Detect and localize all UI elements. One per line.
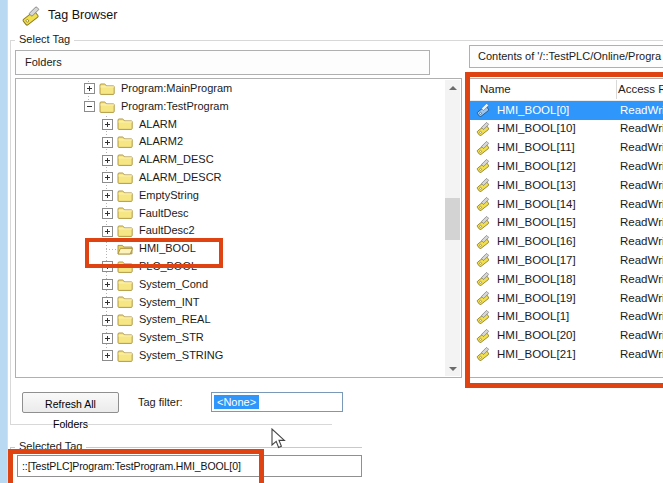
tree-item-label: System_REAL — [139, 311, 211, 329]
tree-scrollbar[interactable] — [445, 80, 460, 376]
tree-item-label: ALARM_DESCR — [139, 169, 222, 187]
folders-panel-header: Folders — [15, 50, 430, 75]
folder-icon — [117, 171, 133, 185]
title-bar[interactable]: Tag Browser — [8, 0, 663, 30]
tree-item-label: System_STRING — [139, 347, 223, 365]
refresh-all-folders-button[interactable]: Refresh All Folders — [22, 392, 119, 413]
tag-browser-dialog: { "window": { "title": "Tag Browser" }, … — [0, 0, 663, 483]
tree-item-label: ALARM2 — [139, 133, 183, 151]
tree-expander-plus[interactable] — [102, 315, 113, 326]
tree-expander-minus[interactable] — [84, 101, 95, 112]
tree-item-label: System_Cond — [139, 276, 208, 294]
tree-expander-plus[interactable] — [102, 279, 113, 290]
contents-panel-header: Contents of '/::TestPLC/Online/Progra — [469, 45, 663, 68]
tree-item-program-testprogram[interactable]: Program:TestProgram — [17, 98, 511, 116]
tag-pencil-icon — [21, 6, 41, 26]
folder-icon — [117, 224, 133, 238]
tree-item-label: EmptyString — [139, 187, 199, 205]
arrow-up-icon — [449, 86, 457, 90]
tree-item-label: System_STR — [139, 329, 204, 347]
scroll-down-button[interactable] — [445, 361, 460, 376]
folder-icon — [99, 100, 115, 114]
tag-filter-label: Tag filter: — [138, 392, 183, 413]
window-edge-strip — [0, 0, 7, 483]
folder-icon — [117, 117, 133, 131]
annotation-box-hmi-bool-folder — [85, 238, 223, 268]
tree-expander-plus[interactable] — [102, 119, 113, 130]
folder-tree: Program:MainProgramProgram:TestProgramAL… — [15, 78, 462, 378]
folder-icon — [99, 82, 115, 96]
annotation-box-selected-tag — [8, 449, 264, 483]
tree-expander-plus[interactable] — [102, 350, 113, 361]
arrow-down-icon — [449, 367, 457, 371]
scroll-up-button[interactable] — [445, 80, 460, 95]
tree-item-label: ALARM_DESC — [139, 151, 214, 169]
folder-icon — [117, 206, 133, 220]
tree-expander-plus[interactable] — [102, 155, 113, 166]
tag-filter-value: <None> — [214, 395, 259, 409]
tree-item-label: System_INT — [139, 294, 200, 312]
folder-icon — [117, 189, 133, 203]
select-tag-group-border-left — [10, 40, 11, 425]
scrollbar-thumb[interactable] — [445, 198, 460, 240]
tree-expander-plus[interactable] — [102, 190, 113, 201]
window-title: Tag Browser — [48, 8, 117, 22]
tree-expander-plus[interactable] — [102, 172, 113, 183]
select-tag-group-label: Select Tag — [15, 33, 74, 45]
tree-item-label: Program:TestProgram — [121, 98, 229, 116]
window-edge-line — [7, 0, 8, 483]
contents-header-label: Contents of '/::TestPLC/Online/Progra — [478, 50, 661, 62]
tree-expander-plus[interactable] — [102, 226, 113, 237]
mouse-cursor — [271, 428, 286, 450]
tree-item-label: ALARM — [139, 116, 177, 134]
tree-expander-plus[interactable] — [84, 83, 95, 94]
annotation-box-tag-list — [465, 72, 663, 388]
folders-header-label: Folders — [25, 56, 62, 68]
tree-item-program-mainprogram[interactable]: Program:MainProgram — [17, 80, 511, 98]
folder-icon — [117, 349, 133, 363]
folder-icon — [117, 313, 133, 327]
tree-expander-plus[interactable] — [102, 333, 113, 344]
tree-expander-plus[interactable] — [102, 208, 113, 219]
folder-icon — [117, 153, 133, 167]
folder-icon — [117, 135, 133, 149]
tree-item-label: Program:MainProgram — [121, 80, 232, 98]
tag-filter-combobox[interactable]: <None> — [211, 392, 343, 412]
tree-expander-plus[interactable] — [102, 137, 113, 148]
tree-item-label: FaultDesc — [139, 205, 189, 223]
folder-icon — [117, 295, 133, 309]
select-tag-group-border — [10, 40, 663, 41]
folder-icon — [117, 278, 133, 292]
folder-icon — [117, 331, 133, 345]
tree-expander-plus[interactable] — [102, 297, 113, 308]
